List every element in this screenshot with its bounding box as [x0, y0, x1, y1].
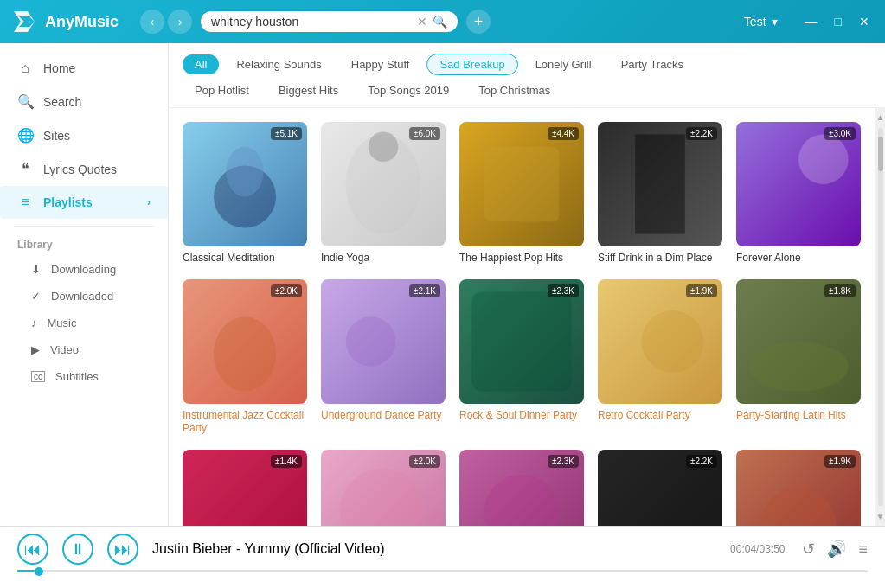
playlist-card-15[interactable]: ±1.9KMidnight Melancholy — [736, 450, 861, 526]
main-layout: ⌂ Home 🔍 Search 🌐 Sites ❝ Lyrics Quotes … — [0, 43, 885, 526]
playlist-thumb-15: ±1.9K — [736, 450, 861, 526]
pause-button[interactable]: ⏸ — [62, 534, 93, 565]
user-menu[interactable]: Test ▾ — [744, 15, 778, 29]
previous-button[interactable]: ⏮ — [17, 534, 48, 565]
playlist-card-14[interactable]: ±2.2KAnother Lonely Night — [598, 450, 722, 526]
sidebar-item-music[interactable]: ♪ Music — [0, 310, 168, 336]
count-badge-6: ±2.0K — [271, 284, 302, 297]
filter-sad[interactable]: Sad Breakup — [426, 54, 517, 75]
sidebar-label-playlists: Playlists — [43, 195, 93, 209]
scroll-track[interactable] — [878, 128, 883, 506]
chevron-down-icon: ▾ — [772, 15, 778, 29]
svg-rect-11 — [471, 291, 571, 391]
progress-track[interactable] — [17, 570, 868, 572]
count-badge-12: ±2.0K — [409, 455, 440, 468]
sidebar-item-search[interactable]: 🔍 Search — [0, 85, 168, 118]
track-name: Justin Bieber - Yummy (Official Video) — [152, 541, 385, 557]
playlist-name-1: Classical Meditation — [183, 252, 307, 265]
repeat-icon[interactable]: ↺ — [802, 540, 815, 559]
add-button[interactable]: + — [466, 10, 491, 34]
sidebar-item-subtitles[interactable]: cc Subtitles — [0, 363, 168, 390]
content-area: All Relaxing Sounds Happy Stuff Sad Brea… — [169, 43, 885, 526]
filter-lonely[interactable]: Lonely Grill — [523, 54, 604, 74]
app-name: AnyMusic — [45, 13, 119, 31]
playlist-name-6: Instrumental Jazz Cocktail Party — [183, 409, 307, 436]
sidebar-label-downloading: Downloading — [51, 263, 116, 276]
sidebar-item-downloading[interactable]: ⬇ Downloading — [0, 256, 168, 283]
next-button[interactable]: ⏭ — [107, 534, 138, 565]
user-name: Test — [744, 15, 766, 29]
filter-row-1: All Relaxing Sounds Happy Stuff Sad Brea… — [183, 54, 871, 75]
playlist-name-10: Party-Starting Latin Hits — [736, 409, 861, 423]
downloaded-icon: ✓ — [31, 290, 41, 303]
count-badge-5: ±3.0K — [824, 127, 856, 140]
total-time: 03:50 — [759, 543, 785, 555]
sidebar-item-playlists[interactable]: ≡ Playlists › — [0, 186, 168, 219]
count-badge-4: ±2.2K — [686, 127, 717, 140]
svg-point-5 — [369, 132, 399, 163]
sidebar-label-home: Home — [43, 61, 75, 75]
filter-christmas[interactable]: Top Christmas — [466, 80, 562, 100]
playlist-card-7[interactable]: ±2.1KUnderground Dance Party — [321, 279, 446, 436]
filter-top2019[interactable]: Top Songs 2019 — [356, 80, 461, 100]
search-clear-icon[interactable]: ✕ — [417, 15, 427, 29]
sidebar-item-home[interactable]: ⌂ Home — [0, 52, 168, 85]
playlist-card-10[interactable]: ±1.8KParty-Starting Latin Hits — [736, 279, 861, 436]
sidebar-item-downloaded[interactable]: ✓ Downloaded — [0, 283, 168, 310]
forward-button[interactable]: › — [168, 10, 192, 34]
filter-biggest[interactable]: Biggest Hits — [266, 80, 350, 100]
svg-point-9 — [214, 316, 276, 391]
playlist-card-9[interactable]: ±1.9KRetro Cocktail Party — [598, 279, 722, 436]
playlist-card-3[interactable]: ±4.4KThe Happiest Pop Hits — [459, 122, 584, 265]
playlist-thumb-9: ±1.9K — [598, 279, 722, 404]
search-icon: 🔍 — [17, 93, 33, 110]
filter-happy[interactable]: Happy Stuff — [339, 54, 422, 74]
playlist-card-1[interactable]: ±5.1KClassical Meditation — [183, 122, 307, 265]
back-button[interactable]: ‹ — [140, 10, 164, 34]
scroll-thumb[interactable] — [878, 137, 883, 171]
filter-all[interactable]: All — [183, 54, 219, 74]
filter-party[interactable]: Party Tracks — [609, 54, 696, 74]
scrollbar[interactable]: ▲ ▼ — [875, 108, 885, 526]
sidebar-label-downloaded: Downloaded — [51, 290, 113, 303]
playlist-thumb-8: ±2.3K — [459, 279, 584, 404]
svg-point-15 — [340, 468, 427, 526]
count-badge-2: ±6.0K — [409, 127, 440, 140]
close-button[interactable]: ✕ — [854, 13, 875, 30]
playlist-card-4[interactable]: ±2.2KStiff Drink in a Dim Place — [598, 122, 722, 265]
playlist-thumb-14: ±2.2K — [598, 450, 722, 526]
search-icon[interactable]: 🔍 — [433, 15, 447, 29]
filter-pop[interactable]: Pop Hotlist — [183, 80, 261, 100]
sidebar-item-video[interactable]: ▶ Video — [0, 336, 168, 363]
playlist-card-6[interactable]: ±2.0KInstrumental Jazz Cocktail Party — [183, 279, 307, 436]
playlist-card-2[interactable]: ±6.0KIndie Yoga — [321, 122, 446, 265]
sidebar-item-sites[interactable]: 🌐 Sites — [0, 118, 168, 152]
scroll-up-icon[interactable]: ▲ — [874, 110, 885, 125]
playlist-card-8[interactable]: ±2.3KRock & Soul Dinner Party — [459, 279, 584, 436]
sidebar-item-lyrics[interactable]: ❝ Lyrics Quotes — [0, 152, 168, 186]
volume-icon[interactable]: 🔊 — [827, 540, 846, 559]
count-badge-9: ±1.9K — [686, 284, 717, 297]
search-input[interactable] — [211, 15, 412, 29]
count-badge-13: ±2.3K — [548, 455, 579, 468]
filter-bar: All Relaxing Sounds Happy Stuff Sad Brea… — [169, 43, 885, 108]
maximize-button[interactable]: □ — [830, 13, 847, 30]
player-bar: ⏮ ⏸ ⏭ Justin Bieber - Yummy (Official Vi… — [0, 526, 885, 588]
search-bar: ✕ 🔍 — [201, 11, 458, 32]
playlist-card-12[interactable]: ±2.0KFamily Approved Reggaeton Party — [321, 450, 446, 526]
count-badge-3: ±4.4K — [548, 127, 579, 140]
playlist-card-11[interactable]: ±1.4KPunk Party — [183, 450, 307, 526]
downloading-icon: ⬇ — [31, 263, 41, 276]
sidebar-label-video: Video — [50, 343, 79, 356]
playlist-thumb-10: ±1.8K — [736, 279, 861, 404]
scroll-down-icon[interactable]: ▼ — [874, 509, 885, 524]
filter-relaxing[interactable]: Relaxing Sounds — [224, 54, 333, 74]
sidebar: ⌂ Home 🔍 Search 🌐 Sites ❝ Lyrics Quotes … — [0, 43, 169, 526]
sites-icon: 🌐 — [17, 127, 33, 144]
minimize-button[interactable]: — — [800, 13, 823, 30]
playlist-card-13[interactable]: ±2.3KOne is the Loneliest Number — [459, 450, 584, 526]
queue-icon[interactable]: ≡ — [858, 540, 868, 559]
svg-point-12 — [641, 310, 703, 373]
window-buttons: — □ ✕ — [800, 13, 875, 30]
playlist-card-5[interactable]: ±3.0KForever Alone — [736, 122, 861, 265]
